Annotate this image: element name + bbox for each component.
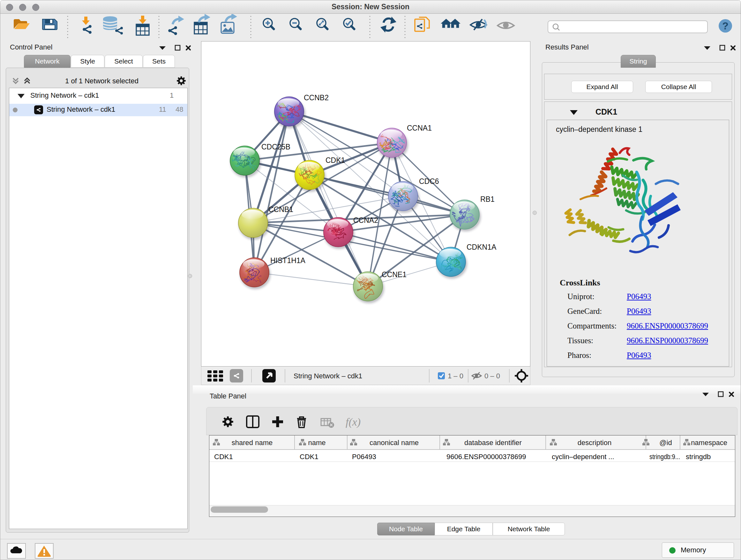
svg-text:RB1: RB1 <box>480 195 495 203</box>
svg-text:CCNA2: CCNA2 <box>353 216 378 225</box>
svg-text:CDC25B: CDC25B <box>261 143 290 151</box>
svg-text:CCNA1: CCNA1 <box>407 124 432 132</box>
svg-text:0 – 0: 0 – 0 <box>484 372 500 380</box>
svg-text:CDKN1A: CDKN1A <box>467 243 496 251</box>
svg-text:CCNB1: CCNB1 <box>268 205 293 213</box>
svg-text:canonical name: canonical name <box>369 439 419 447</box>
svg-text:f(x): f(x) <box>346 416 360 428</box>
svg-text:namespace: namespace <box>691 439 727 447</box>
svg-text:stringdb: stringdb <box>686 453 711 461</box>
svg-text:CDK1: CDK1 <box>326 156 345 165</box>
svg-text:String Network – cdk1: String Network – cdk1 <box>293 372 362 380</box>
svg-text:CDC6: CDC6 <box>419 177 439 186</box>
svg-text:cyclin–dependent ...: cyclin–dependent ... <box>552 453 614 461</box>
svg-text:description: description <box>578 439 611 447</box>
svg-text:stringdb:9...: stringdb:9... <box>650 453 680 461</box>
svg-text:@id: @id <box>659 439 672 447</box>
svg-text:shared name: shared name <box>232 439 273 447</box>
svg-text:CCNB2: CCNB2 <box>304 94 329 102</box>
svg-text:P06493: P06493 <box>352 453 376 461</box>
svg-text:?: ? <box>722 20 729 32</box>
svg-text:1 – 0: 1 – 0 <box>448 372 463 380</box>
svg-text:CDK1: CDK1 <box>214 453 233 461</box>
svg-text:database identifier: database identifier <box>464 439 522 447</box>
svg-text:1 of 1 Network selected: 1 of 1 Network selected <box>65 77 138 85</box>
svg-text:CCNE1: CCNE1 <box>382 270 407 279</box>
svg-text:9606.ENSP00000378699: 9606.ENSP00000378699 <box>447 453 526 461</box>
svg-text:HIST1H1A: HIST1H1A <box>270 256 306 265</box>
svg-text:CDK1: CDK1 <box>300 453 319 461</box>
svg-text:name: name <box>308 439 326 447</box>
